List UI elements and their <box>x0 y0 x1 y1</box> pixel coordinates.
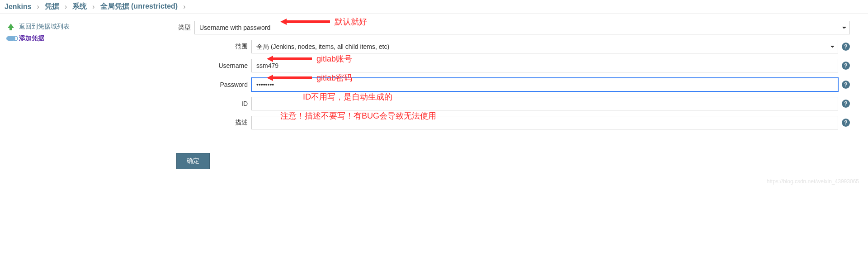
breadcrumb-credentials[interactable]: 凭据 <box>43 2 61 11</box>
breadcrumb-global-credentials[interactable]: 全局凭据 (unrestricted) <box>99 2 180 11</box>
chevron-right-icon: › <box>33 3 43 11</box>
label-password: Password <box>212 81 248 88</box>
username-input[interactable] <box>251 59 838 72</box>
description-input[interactable] <box>251 116 838 129</box>
type-select[interactable]: Username with password <box>194 21 850 34</box>
label-description: 描述 <box>212 119 248 127</box>
label-id: ID <box>212 100 248 107</box>
chevron-right-icon: › <box>89 3 98 11</box>
chevron-right-icon: › <box>179 3 189 11</box>
password-input[interactable] <box>251 78 838 91</box>
key-icon <box>5 36 17 41</box>
breadcrumb-jenkins[interactable]: Jenkins <box>5 3 33 11</box>
help-icon[interactable]: ? <box>842 62 850 70</box>
sidebar-item-label: 添加凭据 <box>19 34 44 43</box>
breadcrumb-system[interactable]: 系统 <box>71 2 89 11</box>
up-arrow-icon <box>5 23 17 31</box>
sidebar-item-back[interactable]: 返回到凭据域列表 <box>5 21 167 33</box>
help-icon[interactable]: ? <box>842 43 850 51</box>
form-container: 类型 Username with password 范围 全局 (Jenkins… <box>172 14 868 187</box>
label-type: 类型 <box>176 24 191 32</box>
help-icon[interactable]: ? <box>842 81 850 89</box>
label-scope: 范围 <box>212 43 248 51</box>
chevron-right-icon: › <box>61 3 71 11</box>
label-username: Username <box>212 62 248 69</box>
help-icon[interactable]: ? <box>842 119 850 127</box>
scope-select[interactable]: 全局 (Jenkins, nodes, items, all child ite… <box>251 40 838 53</box>
submit-button[interactable]: 确定 <box>176 153 210 169</box>
watermark-text: https://blog.csdn.net/weixin_43993065 <box>767 178 859 185</box>
breadcrumb: Jenkins › 凭据 › 系统 › 全局凭据 (unrestricted) … <box>0 0 868 14</box>
sidebar-item-add-credentials[interactable]: 添加凭据 <box>5 33 167 44</box>
help-icon[interactable]: ? <box>842 100 850 108</box>
id-input[interactable] <box>251 97 838 110</box>
sidebar: 返回到凭据域列表 添加凭据 <box>0 14 172 52</box>
sidebar-item-label: 返回到凭据域列表 <box>19 23 70 31</box>
